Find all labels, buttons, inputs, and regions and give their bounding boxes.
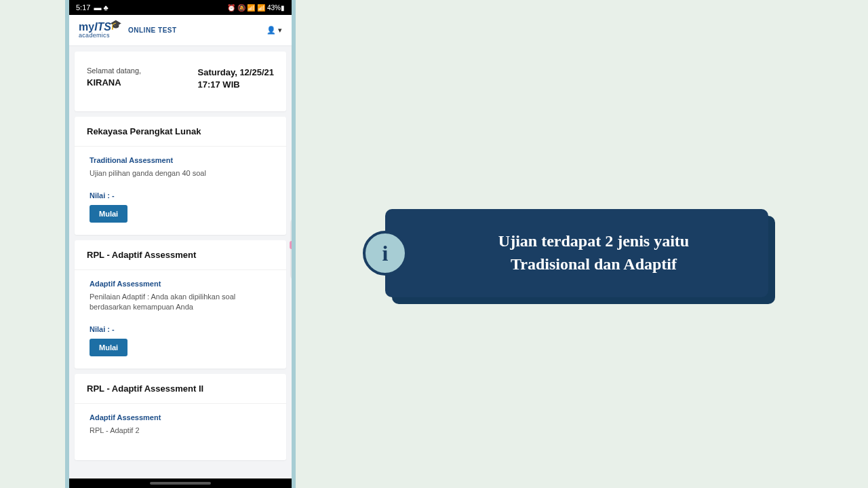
info-i-glyph: i <box>382 241 389 266</box>
info-line-1: Ujian terdapat 2 jenis yaitu <box>498 230 689 253</box>
welcome-time: 17:17 WIB <box>198 79 275 91</box>
user-menu[interactable]: 👤 ▾ <box>267 26 282 35</box>
section-title[interactable]: RPL - Adaptif Assessment <box>75 240 286 270</box>
logo-academics: academics <box>79 33 121 39</box>
section-card-2: RPL - Adaptif Assessment II Adaptif Asse… <box>75 374 286 460</box>
section-title[interactable]: RPL - Adaptif Assessment II <box>75 374 286 404</box>
start-button[interactable]: Mulai <box>90 205 127 223</box>
content-scroll[interactable]: Selamat datang, KIRANA Saturday, 12/25/2… <box>69 46 292 487</box>
assessment-score: Nilai : - <box>90 191 271 200</box>
status-time: 5:17 <box>76 3 90 12</box>
assessment-title: Adaptif Assessment <box>90 413 271 421</box>
edge-indicator <box>290 241 292 249</box>
assessment-score: Nilai : - <box>90 325 271 333</box>
edge-handle[interactable] <box>290 219 292 280</box>
info-line-2: Tradisional dan Adaptif <box>498 253 689 276</box>
phone-screen: 5:17 ▬ ♣ ⏰ 🔕 📶 📶 43%▮ myITS🎓 academics O… <box>69 0 292 488</box>
welcome-username: KIRANA <box>87 77 141 88</box>
section-title[interactable]: Rekayasa Perangkat Lunak <box>75 117 286 147</box>
section-card-1: RPL - Adaptif Assessment Adaptif Assessm… <box>75 240 286 369</box>
status-right-icons: ⏰ 🔕 📶 📶 43%▮ <box>227 4 285 12</box>
welcome-card: Selamat datang, KIRANA Saturday, 12/25/2… <box>75 52 286 111</box>
logo-its: ITS <box>94 21 111 33</box>
start-button[interactable]: Mulai <box>90 339 127 356</box>
assessment-title: Traditional Assessment <box>90 156 271 164</box>
assessment-description: Ujian pilihan ganda dengan 40 soal <box>90 168 271 179</box>
assessment-description: Penilaian Adaptif : Anda akan dipilihkan… <box>90 292 271 313</box>
info-callout: Ujian terdapat 2 jenis yaitu Tradisional… <box>385 209 774 301</box>
phone-frame: 5:17 ▬ ♣ ⏰ 🔕 📶 📶 43%▮ myITS🎓 academics O… <box>65 0 296 488</box>
welcome-date: Saturday, 12/25/21 <box>198 67 275 79</box>
nav-bar[interactable] <box>69 478 292 488</box>
status-bar: 5:17 ▬ ♣ ⏰ 🔕 📶 📶 43%▮ <box>69 0 292 15</box>
logo-my: my <box>79 21 94 33</box>
assessment-description: RPL - Adaptif 2 <box>90 426 271 436</box>
graduation-cap-icon: 🎓 <box>110 19 121 30</box>
welcome-greeting: Selamat datang, <box>87 67 141 75</box>
online-test-label: ONLINE TEST <box>128 26 177 34</box>
nav-pill-icon <box>150 482 211 485</box>
app-header: myITS🎓 academics ONLINE TEST 👤 ▾ <box>69 15 292 46</box>
app-logo[interactable]: myITS🎓 academics ONLINE TEST <box>79 22 177 39</box>
section-card-0: Rekayasa Perangkat Lunak Traditional Ass… <box>75 117 286 234</box>
status-left-icons: ▬ ♣ <box>94 3 108 12</box>
info-icon: i <box>363 231 408 276</box>
assessment-title: Adaptif Assessment <box>90 280 271 288</box>
